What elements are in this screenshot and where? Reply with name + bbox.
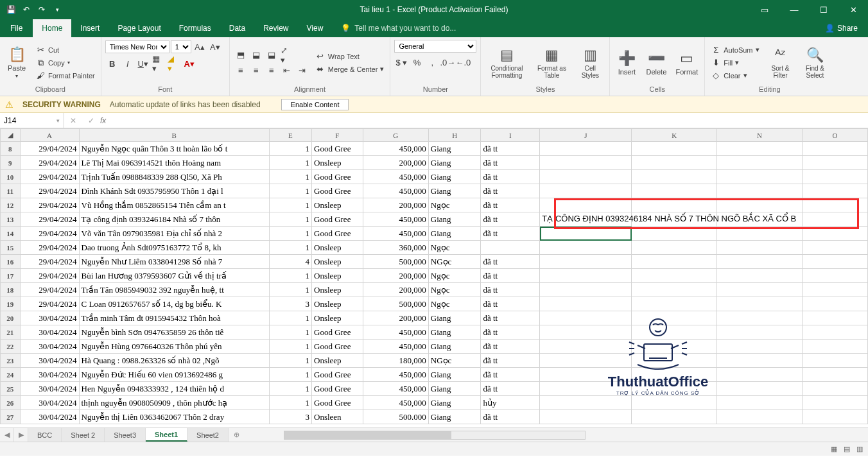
row-header[interactable]: 15 xyxy=(1,241,21,255)
table-row[interactable]: 2030/04/2024 Trần minh Tâm đt 0915945432… xyxy=(1,311,868,325)
cell[interactable] xyxy=(632,227,717,241)
cell[interactable]: Good Gree xyxy=(312,382,363,396)
fill-button[interactable]: ⬇Fill ▾ xyxy=(709,57,761,69)
cell[interactable]: 500.000 xyxy=(363,410,428,424)
underline-button[interactable]: U ▾ xyxy=(136,56,150,71)
table-row[interactable]: 1629/04/2024Nguyễn Như Liêm 0338041298 S… xyxy=(1,255,868,269)
cell[interactable] xyxy=(802,198,867,212)
col-header[interactable]: F xyxy=(312,129,363,142)
cell[interactable]: 1 xyxy=(269,354,311,368)
cell[interactable]: Lê Thị Mai 0963914521 thôn Hoàng nam xyxy=(79,156,269,170)
cell[interactable]: 30/04/2024 xyxy=(20,382,79,396)
table-row[interactable]: 2330/04/2024Hà Quang : 0988.263326 số nh… xyxy=(1,354,868,368)
cell[interactable]: 30/04/2024 xyxy=(20,396,79,410)
cell[interactable] xyxy=(717,297,803,311)
cell[interactable]: 1 xyxy=(269,325,311,340)
cell[interactable]: 29/04/2024 xyxy=(20,142,79,156)
cell[interactable]: 450,000 xyxy=(363,184,428,198)
scroll-thumb[interactable] xyxy=(284,431,451,439)
row-header[interactable]: 23 xyxy=(1,354,21,368)
cell[interactable]: Onsleep xyxy=(312,156,363,170)
qat-dropdown-icon[interactable]: ▾ xyxy=(50,3,64,17)
table-row[interactable]: 2530/04/2024Hen Nguyễn 0948333932 , 124 … xyxy=(1,382,868,396)
cell[interactable] xyxy=(717,283,803,297)
cell[interactable]: Good Gree xyxy=(312,340,363,354)
cell[interactable]: Good Gree xyxy=(312,142,363,156)
cell[interactable] xyxy=(540,142,632,156)
cell[interactable]: 450,000 xyxy=(363,227,428,241)
cell[interactable]: Nguyễn bình Sơn 0947635859 26 thôn tiê xyxy=(79,325,269,340)
cell[interactable]: Hà Quang : 0988.263326 số nhà 02 ,Ngõ xyxy=(79,354,269,368)
col-header[interactable]: N xyxy=(717,129,803,142)
cell[interactable] xyxy=(802,170,867,184)
cell[interactable]: 3 xyxy=(269,410,311,424)
row-header[interactable]: 24 xyxy=(1,368,21,382)
cell[interactable]: Nguyễn thị Liên 0363462067 Thôn 2 dray xyxy=(79,410,269,424)
cell[interactable]: Nguyễn Ngọc quân Thôn 3 tt hoàn lão bố t xyxy=(79,142,269,156)
tell-me-search[interactable]: 💡 Tell me what you want to do... xyxy=(332,19,456,37)
shrink-font-icon[interactable]: A▾ xyxy=(208,40,222,54)
tab-home[interactable]: Home xyxy=(33,19,71,37)
cell[interactable]: Good Gree xyxy=(312,184,363,198)
cell[interactable]: Onsleen xyxy=(312,410,363,424)
cell[interactable]: Nguyễn Hùng 0976640326 Thôn phú yên xyxy=(79,340,269,354)
cell[interactable]: đã tt xyxy=(481,340,540,354)
cell[interactable] xyxy=(717,368,803,382)
cell[interactable]: Giang xyxy=(428,142,481,156)
tab-data[interactable]: Data xyxy=(220,19,254,37)
row-header[interactable]: 27 xyxy=(1,410,21,424)
wrap-text-button[interactable]: ↩Wrap Text xyxy=(313,51,386,62)
align-bottom-icon[interactable]: ⬓ xyxy=(265,48,279,62)
cell[interactable] xyxy=(540,198,632,212)
col-header[interactable]: J xyxy=(540,129,632,142)
cell[interactable]: Ngọc xyxy=(428,283,481,297)
view-page-break-icon[interactable]: ▥ xyxy=(856,445,863,453)
cell[interactable] xyxy=(717,184,803,198)
sheet-tab[interactable]: Sheet3 xyxy=(105,428,146,442)
col-header[interactable]: O xyxy=(802,129,867,142)
share-button[interactable]: 👤 Share xyxy=(815,19,868,37)
sheet-nav-first-icon[interactable]: ◀ xyxy=(0,428,14,442)
cell[interactable]: Ngọc xyxy=(428,297,481,311)
cell[interactable]: 1 xyxy=(269,198,311,212)
cell[interactable] xyxy=(540,170,632,184)
cell[interactable] xyxy=(717,227,803,241)
cell[interactable] xyxy=(632,241,717,255)
tab-page-layout[interactable]: Page Layout xyxy=(108,19,169,37)
table-row[interactable]: 2430/04/2024Nguyễn Đức Hiếu 60 vien 0913… xyxy=(1,368,868,382)
table-row[interactable]: 2730/04/2024Nguyễn thị Liên 0363462067 T… xyxy=(1,410,868,424)
cell[interactable]: Giang xyxy=(428,170,481,184)
cell[interactable]: Giang xyxy=(428,227,481,241)
cell[interactable]: Tạ công định 0393246184 Nhà số 7 thôn xyxy=(79,212,269,227)
cell[interactable] xyxy=(540,340,632,354)
row-header[interactable]: 22 xyxy=(1,340,21,354)
formula-input[interactable] xyxy=(117,116,868,125)
cell[interactable]: 1 xyxy=(269,156,311,170)
cell[interactable]: 1 xyxy=(269,184,311,198)
cell[interactable] xyxy=(802,396,867,410)
row-header[interactable]: 16 xyxy=(1,255,21,269)
cell[interactable]: Good Gree xyxy=(312,212,363,227)
table-row[interactable]: 2230/04/2024Nguyễn Hùng 0976640326 Thôn … xyxy=(1,340,868,354)
cell[interactable] xyxy=(540,396,632,410)
cell[interactable] xyxy=(632,269,717,283)
view-page-layout-icon[interactable]: ▤ xyxy=(844,445,850,453)
col-header[interactable]: E xyxy=(269,129,311,142)
cell[interactable]: 200,000 xyxy=(363,283,428,297)
add-sheet-button[interactable]: ⊕ xyxy=(229,428,245,442)
col-header[interactable]: A xyxy=(20,129,79,142)
cell[interactable] xyxy=(632,297,717,311)
cell[interactable]: 1 xyxy=(269,283,311,297)
cell[interactable] xyxy=(540,241,632,255)
cell[interactable]: Dao truong Ảnh Sdt0975163772 Tổ 8, kh xyxy=(79,241,269,255)
minimize-icon[interactable]: — xyxy=(779,0,809,19)
cell[interactable] xyxy=(717,396,803,410)
cell[interactable]: Nguyễn Đức Hiếu 60 vien 0913692486 g xyxy=(79,368,269,382)
cell[interactable]: 450,000 xyxy=(363,340,428,354)
cell[interactable]: Trần Tân 0985949032 392 nguyễn huệ, tt xyxy=(79,283,269,297)
cell[interactable]: Onsleep xyxy=(312,283,363,297)
cell[interactable]: Võ văn Tân 0979035981 Địa chỉ số nhà 2 xyxy=(79,227,269,241)
cell[interactable] xyxy=(632,198,717,212)
cell[interactable]: 29/04/2024 xyxy=(20,156,79,170)
cell[interactable]: Onsleep xyxy=(312,198,363,212)
